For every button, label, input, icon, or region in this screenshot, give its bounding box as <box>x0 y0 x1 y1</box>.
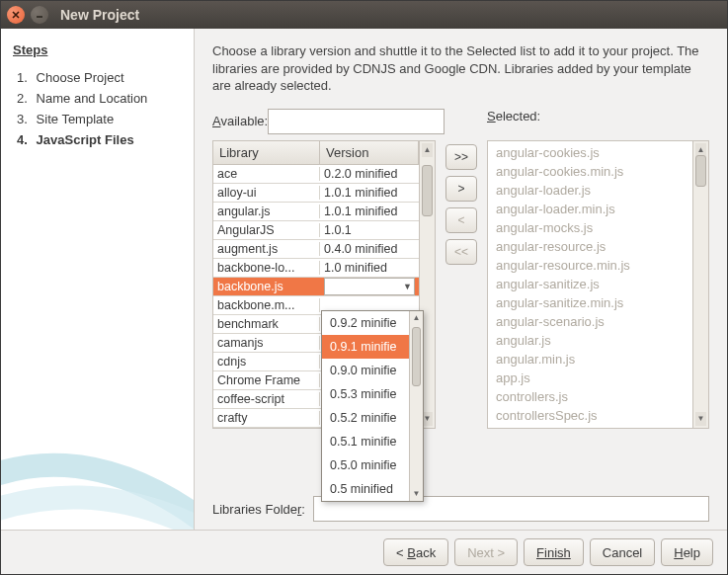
list-item[interactable]: angular-loader.min.js <box>488 200 692 218</box>
selected-scrollbar[interactable]: ▲ ▼ <box>692 141 708 428</box>
cancel-button[interactable]: Cancel <box>590 538 655 566</box>
dropdown-option[interactable]: 0.5.2 minifie <box>322 406 409 430</box>
dropdown-scrollbar[interactable]: ▲ ▼ <box>409 311 423 501</box>
table-row[interactable]: AngularJS1.0.1 <box>213 221 419 240</box>
cell-library: camanjs <box>213 336 320 350</box>
cell-library: benchmark <box>213 317 320 331</box>
cell-version: 1.0.1 <box>320 223 419 237</box>
list-item[interactable]: angular.min.js <box>488 350 692 369</box>
cell-library: AngularJS <box>213 223 320 237</box>
cell-library: backbone.m... <box>213 298 320 312</box>
step-item: 1. Choose Project <box>17 67 182 88</box>
step-item: 3. Site Template <box>17 109 182 129</box>
selected-list[interactable]: angular-cookies.jsangular-cookies.min.js… <box>487 140 709 429</box>
list-item[interactable]: angular-sanitize.min.js <box>488 293 692 312</box>
list-item[interactable]: angular-mocks.js <box>488 218 692 237</box>
cell-version: 1.0 minified <box>320 261 419 275</box>
cell-library: augment.js <box>213 242 320 256</box>
move-left-button[interactable]: < <box>445 207 477 233</box>
dropdown-option[interactable]: 0.5.1 minifie <box>322 430 409 453</box>
list-item[interactable]: controllers.js <box>488 387 692 406</box>
list-item[interactable]: angular-scenario.js <box>488 312 692 331</box>
cell-library: cdnjs <box>213 355 320 369</box>
list-item[interactable]: angular-cookies.js <box>488 143 692 162</box>
minimize-icon[interactable] <box>31 6 48 24</box>
list-item[interactable]: angular-cookies.min.js <box>488 162 692 181</box>
steps-sidebar: Steps 1. Choose Project2. Name and Locat… <box>1 29 195 530</box>
list-item[interactable]: controllersSpec.js <box>488 406 692 425</box>
shuttle-buttons: >> > < << <box>445 140 477 486</box>
list-item[interactable]: angular-sanitize.js <box>488 275 692 293</box>
cell-library: crafty <box>213 411 320 425</box>
table-row[interactable]: alloy-ui1.0.1 minified <box>213 184 419 203</box>
back-button[interactable]: < Back <box>383 538 448 566</box>
scroll-up-icon[interactable]: ▲ <box>411 312 422 324</box>
version-dropdown[interactable]: 0.9.2 minifie0.9.1 minifie0.9.0 minifie0… <box>321 310 424 502</box>
list-item[interactable]: angular-resource.min.js <box>488 256 692 275</box>
col-header-library[interactable]: Library <box>213 141 320 164</box>
dropdown-option[interactable]: 0.9.2 minifie <box>322 311 409 335</box>
table-row[interactable]: backbone-lo...1.0 minified <box>213 259 419 278</box>
list-item[interactable]: angular-loader.js <box>488 181 692 200</box>
list-item[interactable]: angular.js <box>488 331 692 350</box>
cell-library: coffee-script <box>213 392 320 406</box>
scroll-down-icon[interactable]: ▼ <box>695 412 706 426</box>
dropdown-option[interactable]: 0.9.0 minifie <box>322 359 409 382</box>
footer-buttons: < Back Next > Finish Cancel Help <box>1 530 727 574</box>
step-item: 2. Name and Location <box>17 88 182 109</box>
scroll-thumb[interactable] <box>695 155 706 187</box>
window-title: New Project <box>60 7 139 23</box>
scroll-thumb[interactable] <box>412 327 421 386</box>
move-all-right-button[interactable]: >> <box>445 144 477 170</box>
table-row[interactable]: augment.js0.4.0 minified <box>213 240 419 259</box>
dropdown-option[interactable]: 0.5.0 minifie <box>322 453 409 477</box>
move-all-left-button[interactable]: << <box>445 239 477 265</box>
cell-library: backbone-lo... <box>213 261 320 275</box>
col-header-version[interactable]: Version <box>320 141 419 164</box>
titlebar: New Project <box>1 1 727 29</box>
libraries-folder-label: Libraries Folder: <box>212 502 305 517</box>
cell-version: 0.2.0 minified <box>320 167 419 181</box>
cell-library: angular.js <box>213 205 320 218</box>
available-filter-input[interactable] <box>268 109 445 134</box>
cell-version: 0.4.0 minified <box>320 242 419 256</box>
cell-library: backbone.js <box>213 280 320 293</box>
cell-library: alloy-ui <box>213 186 320 200</box>
dropdown-option[interactable]: 0.5 minified <box>322 477 409 501</box>
list-item[interactable]: angular-resource.js <box>488 237 692 256</box>
cell-library: Chrome Frame <box>213 373 320 387</box>
chevron-down-icon: ▼ <box>403 282 412 291</box>
steps-heading: Steps <box>13 42 182 57</box>
cell-library: ace <box>213 167 320 181</box>
selected-label: Selected: <box>487 109 560 123</box>
table-row[interactable]: angular.js1.0.1 minified <box>213 203 419 221</box>
table-row[interactable]: backbone.js0.9.2 mini...▼ <box>213 278 419 296</box>
move-right-button[interactable]: > <box>445 176 477 202</box>
dropdown-option[interactable]: 0.9.1 minifie <box>322 335 409 359</box>
description-text: Choose a library version and shuttle it … <box>212 42 709 95</box>
cell-version: 0.9.2 mini...▼ <box>320 278 419 295</box>
table-row[interactable]: ace0.2.0 minified <box>213 165 419 184</box>
scroll-up-icon[interactable]: ▲ <box>422 143 433 157</box>
next-button[interactable]: Next > <box>454 538 518 566</box>
close-icon[interactable] <box>7 6 25 24</box>
help-button[interactable]: Help <box>661 538 713 566</box>
version-combo[interactable]: 0.9.2 mini...▼ <box>324 278 415 295</box>
available-label: Available: <box>212 114 268 128</box>
scroll-thumb[interactable] <box>422 165 433 216</box>
cell-version: 1.0.1 minified <box>320 186 419 200</box>
scroll-down-icon[interactable]: ▼ <box>411 488 422 500</box>
list-item[interactable]: app.js <box>488 369 692 387</box>
step-item: 4. JavaScript Files <box>17 129 182 150</box>
dropdown-option[interactable]: 0.5.3 minifie <box>322 382 409 406</box>
finish-button[interactable]: Finish <box>524 538 584 566</box>
cell-version: 1.0.1 minified <box>320 205 419 218</box>
